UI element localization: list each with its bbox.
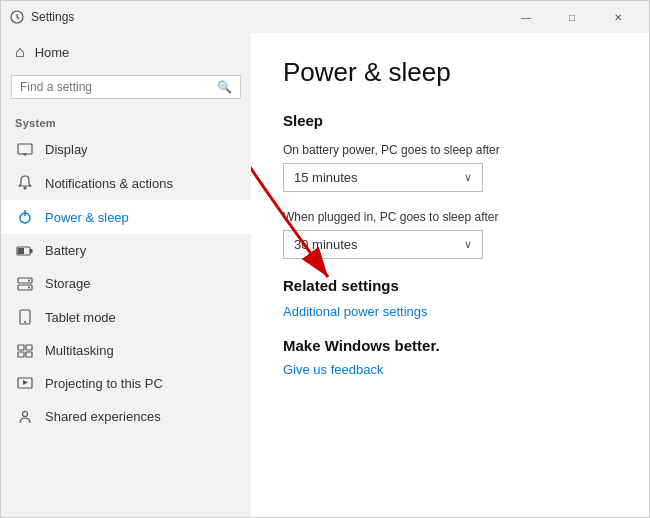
tablet-icon <box>15 309 35 325</box>
sidebar-item-power[interactable]: Power & sleep <box>1 200 251 234</box>
app-icon <box>9 9 25 25</box>
notifications-icon <box>15 175 35 191</box>
sidebar-item-display[interactable]: Display <box>1 133 251 166</box>
projecting-icon <box>15 377 35 391</box>
sidebar-label-notifications: Notifications & actions <box>45 176 173 191</box>
sidebar-label-projecting: Projecting to this PC <box>45 376 163 391</box>
give-feedback-link[interactable]: Give us feedback <box>283 362 617 377</box>
minimize-button[interactable]: — <box>503 1 549 33</box>
titlebar: Settings — □ ✕ <box>1 1 649 33</box>
search-box[interactable]: 🔍 <box>11 75 241 99</box>
svg-point-13 <box>28 286 30 288</box>
sleep-section: Sleep On battery power, PC goes to sleep… <box>283 112 617 259</box>
sidebar-label-tablet: Tablet mode <box>45 310 116 325</box>
make-better-section: Make Windows better. Give us feedback <box>283 337 617 377</box>
sidebar-section-label: System <box>1 109 251 133</box>
settings-window: Settings — □ ✕ ⌂ Home 🔍 System Displa <box>0 0 650 518</box>
sidebar-label-battery: Battery <box>45 243 86 258</box>
shared-icon <box>15 410 35 424</box>
close-button[interactable]: ✕ <box>595 1 641 33</box>
sidebar-item-battery[interactable]: Battery <box>1 234 251 267</box>
related-section: Related settings Additional power settin… <box>283 277 617 319</box>
maximize-button[interactable]: □ <box>549 1 595 33</box>
sleep-section-title: Sleep <box>283 112 617 129</box>
page-title: Power & sleep <box>283 57 617 88</box>
window-controls: — □ ✕ <box>503 1 641 33</box>
sidebar-item-tablet[interactable]: Tablet mode <box>1 300 251 334</box>
power-icon <box>15 209 35 225</box>
plugged-sleep-value: 30 minutes <box>294 237 358 252</box>
sidebar-item-multitasking[interactable]: Multitasking <box>1 334 251 367</box>
battery-icon <box>15 245 35 257</box>
svg-point-22 <box>23 411 28 416</box>
sidebar-item-storage[interactable]: Storage <box>1 267 251 300</box>
sidebar-label-storage: Storage <box>45 276 91 291</box>
sidebar-item-notifications[interactable]: Notifications & actions <box>1 166 251 200</box>
battery-sleep-chevron-icon: ∨ <box>464 171 472 184</box>
sidebar-label-shared: Shared experiences <box>45 409 161 424</box>
svg-marker-21 <box>23 380 28 385</box>
display-icon <box>15 143 35 157</box>
svg-rect-9 <box>18 248 24 254</box>
plugged-sleep-chevron-icon: ∨ <box>464 238 472 251</box>
svg-rect-17 <box>26 345 32 350</box>
sidebar: ⌂ Home 🔍 System Display Notifications & … <box>1 33 251 517</box>
window-title: Settings <box>31 10 503 24</box>
search-input[interactable] <box>20 80 217 94</box>
related-section-title: Related settings <box>283 277 617 294</box>
plugged-sleep-label: When plugged in, PC goes to sleep after <box>283 210 617 224</box>
svg-point-4 <box>24 187 27 190</box>
multitasking-icon <box>15 344 35 358</box>
svg-rect-18 <box>18 352 24 357</box>
home-icon: ⌂ <box>15 43 25 61</box>
additional-power-settings-link[interactable]: Additional power settings <box>283 304 617 319</box>
plugged-sleep-dropdown[interactable]: 30 minutes ∨ <box>283 230 483 259</box>
svg-rect-8 <box>30 249 33 253</box>
content-area: Power & sleep Sleep On battery power, PC… <box>251 33 649 517</box>
sidebar-label-multitasking: Multitasking <box>45 343 114 358</box>
sidebar-home[interactable]: ⌂ Home <box>1 33 251 71</box>
sidebar-label-display: Display <box>45 142 88 157</box>
battery-sleep-value: 15 minutes <box>294 170 358 185</box>
svg-rect-1 <box>18 144 32 154</box>
svg-rect-19 <box>26 352 32 357</box>
sidebar-label-power: Power & sleep <box>45 210 129 225</box>
home-label: Home <box>35 45 70 60</box>
storage-icon <box>15 277 35 291</box>
main-layout: ⌂ Home 🔍 System Display Notifications & … <box>1 33 649 517</box>
svg-rect-16 <box>18 345 24 350</box>
svg-point-15 <box>24 321 26 323</box>
make-better-title: Make Windows better. <box>283 337 617 354</box>
sidebar-item-shared[interactable]: Shared experiences <box>1 400 251 433</box>
battery-sleep-label: On battery power, PC goes to sleep after <box>283 143 617 157</box>
svg-point-12 <box>28 279 30 281</box>
sidebar-item-projecting[interactable]: Projecting to this PC <box>1 367 251 400</box>
search-icon: 🔍 <box>217 80 232 94</box>
battery-sleep-dropdown[interactable]: 15 minutes ∨ <box>283 163 483 192</box>
